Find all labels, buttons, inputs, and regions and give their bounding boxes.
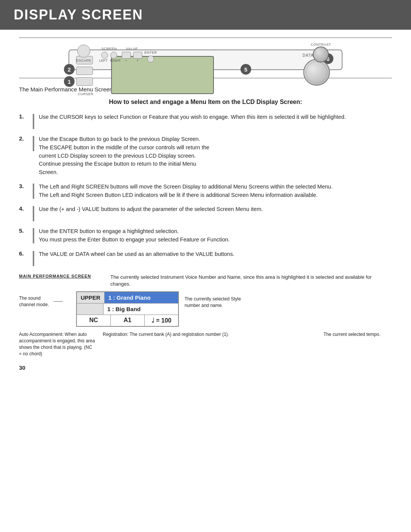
lcd-a1-cell: A1 [111,315,145,326]
right-annotation: The currently selected Instrument Voice … [110,274,371,287]
bottom-controls: ESCAPE SCREEN LEFT RIGHT [76,42,335,62]
screen-left-btn [101,52,108,59]
lcd-tempo-cell: ♩ = 100 [145,315,178,326]
diagram-container: 1 2 3 4 5 6 CURSER [19,37,392,78]
lcd-row2-left [77,304,104,315]
lcd-grand-piano-cell: 1 : Grand Piano [105,292,178,303]
lcd-nc-cell: NC [77,315,111,326]
page-number: 30 [19,364,392,371]
step-3-number: 3. [19,183,30,189]
step-6-bar [33,251,34,266]
ann-reg: Registration: The current bank (A) and r… [95,331,323,357]
step-5: 5. Use the ENTER button to engage a high… [19,227,392,244]
step-4: 4. Use the (+ and -) VALUE buttons to ad… [19,205,392,221]
enter-button [147,56,154,62]
contrast-knob [313,46,329,62]
escape-area: ESCAPE [76,45,91,62]
step-6-text: The VALUE or DATA wheel can be used as a… [39,250,234,259]
lcd-big-band-cell: 1 : Big Band [104,304,178,315]
step-5-number: 5. [19,227,30,234]
lcd-row-3: NC A1 ♩ = 100 [77,315,178,326]
contrast-area: CONTRAST [311,42,331,62]
step-5-text: Use the ENTER button to engage a highlig… [39,227,230,244]
page-title: DISPLAY SCREEN [14,7,397,23]
perf-section: MAIN PERFORMANCE SCREEN The currently se… [19,274,392,357]
badge-5: 5 [241,64,251,75]
main-perf-label: MAIN PERFORMANCE SCREEN [19,274,95,278]
ann-tempo: The current selected tempo. [323,331,392,357]
step-3-text: The Left and Right SCREEN buttons will m… [39,183,333,200]
bottom-annotations: Auto Accompaniment: When auto accompanim… [19,331,392,357]
value-buttons: VALUE – + [122,47,142,62]
escape-label: ESCAPE [76,59,91,62]
lcd-row-2: 1 : Big Band [77,304,178,315]
step-2-text: Use the Escape Button to go back to the … [39,135,209,177]
screen-label: SCREEN [101,47,117,51]
step-1: 1. Use the CURSOR keys to select Functio… [19,113,392,129]
contrast-label: CONTRAST [311,43,331,46]
lcd-display: UPPER 1 : Grand Piano 1 : Big Band NC A1… [76,291,179,327]
step-3-bar [33,184,34,199]
how-to-title: How to select and engage a Menu Item on … [19,99,392,105]
step-1-text: Use the CURSOR keys to select Function o… [39,113,346,121]
data-wheel [303,59,330,86]
cursor-btn-3 [76,77,93,86]
minus-label: – [122,59,131,62]
value-minus-btn [122,52,131,59]
step-4-number: 4. [19,205,30,212]
style-annotation: The currently selected Style number and … [185,296,241,308]
step-4-bar [33,206,34,221]
ann-auto: Auto Accompaniment: When auto accompanim… [19,331,95,357]
step-3: 3. The Left and Right SCREEN buttons wil… [19,183,392,200]
step-6-number: 6. [19,250,30,257]
screen-buttons: SCREEN LEFT RIGHT [99,47,119,62]
value-plus-btn [133,52,142,59]
cursor-btn-2 [76,67,93,75]
badge-1: 1 [64,76,75,87]
sound-annotation: The sound channel mode. [19,296,49,307]
right-label: RIGHT [110,59,119,62]
escape-button [77,45,90,58]
value-label: VALUE [126,47,138,51]
step-1-number: 1. [19,113,30,120]
control-diagram: 1 2 3 4 5 6 CURSER [68,50,342,70]
lcd-upper-cell: UPPER [77,292,105,303]
steps-list: 1. Use the CURSOR keys to select Functio… [19,113,392,266]
enter-area: ENTER [145,51,157,62]
lcd-row-1: UPPER 1 : Grand Piano [77,292,178,304]
plus-label: + [133,59,142,62]
left-label: LEFT [99,59,108,62]
step-5-bar [33,228,34,243]
page-header: DISPLAY SCREEN [0,0,411,30]
step-6: 6. The VALUE or DATA wheel can be used a… [19,250,392,266]
step-4-text: Use the (+ and -) VALUE buttons to adjus… [39,205,263,214]
screen-right-btn [110,52,117,59]
step-2-bar [33,136,34,151]
curser-label: CURSER [76,92,95,96]
step-2: 2. Use the Escape Button to go back to t… [19,135,392,177]
step-1-bar [33,114,34,129]
step-2-number: 2. [19,135,30,142]
enter-label: ENTER [145,51,157,54]
badge-2: 2 [64,64,75,75]
